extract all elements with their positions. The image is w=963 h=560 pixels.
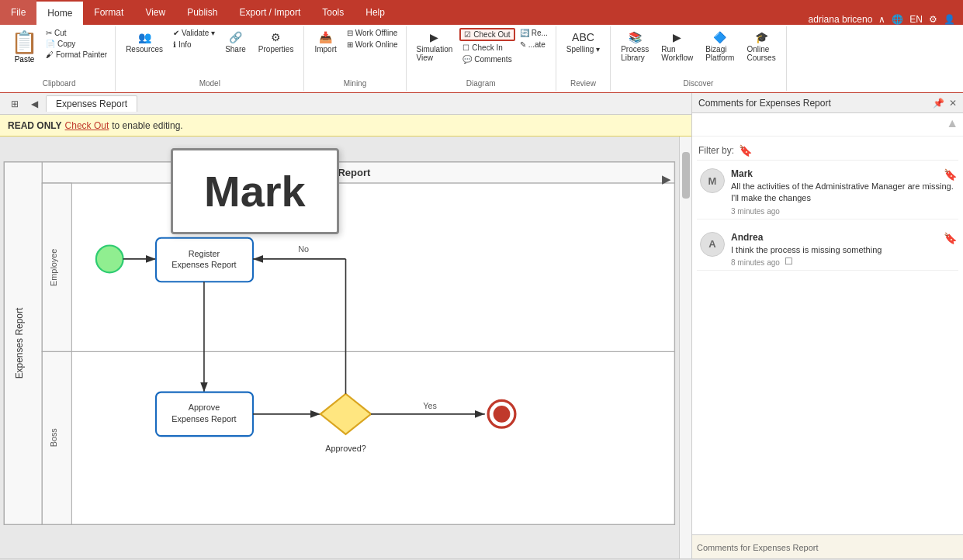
work-online-button[interactable]: ⊞ Work Online (344, 40, 401, 50)
checkout-link[interactable]: Check Out (65, 120, 109, 131)
tab-home[interactable]: Home (36, 0, 83, 25)
diagram-label: Diagram (466, 78, 496, 89)
filter-label: Filter by: (698, 145, 734, 156)
back-button[interactable]: ◀ (26, 97, 43, 111)
cut-icon: ✂ (46, 29, 52, 37)
svg-rect-8 (42, 351, 674, 524)
share-button[interactable]: 🔗 Share (220, 28, 251, 57)
ribbon-group-review: ABC Spelling ▾ Review (556, 26, 611, 91)
tab-tools[interactable]: Tools (311, 0, 355, 25)
import-button[interactable]: 📥 Import (309, 28, 341, 57)
work-online-label: Work Online (355, 40, 398, 49)
svg-text:Employee: Employee (49, 249, 58, 286)
mining-content: 📥 Import ⊟ Work Offline ⊞ Work Online (309, 28, 400, 78)
comment-content-mark: Mark All the activities of the Administr… (731, 168, 955, 216)
settings-icon[interactable]: ⚙ (929, 14, 937, 25)
format-painter-button[interactable]: 🖌 Format Painter (43, 50, 110, 60)
tab-view[interactable]: View (134, 0, 176, 25)
comment-checkbox-andrea[interactable]: ☐ (785, 256, 793, 267)
checkout-button[interactable]: ☑ Check Out (459, 28, 514, 41)
validate-button[interactable]: ✔ Validate ▾ (170, 28, 218, 38)
comment-time-mark: 3 minutes ago (731, 207, 955, 216)
spelling-icon: ABC (572, 31, 594, 43)
clipboard-label: Clipboard (43, 78, 76, 89)
main-area: ⊞ ◀ Expenses Report READ ONLY Check Out … (0, 93, 963, 558)
ribbon-group-diagram: ▶ SimulationView ☑ Check Out ☐ Check In … (407, 26, 556, 91)
grid-view-button[interactable]: ⊞ (6, 97, 23, 111)
expand-icon[interactable]: ∧ (878, 14, 885, 25)
clipboard-col: ✂ Cut 📄 Copy 🖌 Format Painter (43, 28, 110, 60)
comment-avatar-mark: M (700, 168, 725, 193)
checkin-button[interactable]: ☐ Check In (459, 43, 514, 53)
start-event[interactable] (96, 246, 123, 273)
comment-avatar-andrea: A (700, 232, 725, 257)
resources-button[interactable]: 👥 Resources (120, 28, 168, 57)
ribbon-group-mining: 📥 Import ⊟ Work Offline ⊞ Work Online Mi… (304, 26, 406, 91)
ate-icon: ✎ (520, 40, 526, 49)
cut-button[interactable]: ✂ Cut (43, 28, 110, 38)
filter-bar: Filter by: 🔖 (697, 141, 958, 161)
online-courses-icon: 🎓 (755, 31, 768, 43)
bizagi-platform-label: BizagiPlatform (705, 45, 734, 62)
comment-author-andrea: Andrea (731, 232, 955, 243)
simulation-view-button[interactable]: ▶ SimulationView (411, 28, 459, 65)
comments-footer: Comments for Expenses Report (692, 534, 963, 558)
document-tab[interactable]: Expenses Report (46, 95, 137, 112)
svg-text:Expenses Report: Expenses Report (14, 307, 25, 379)
pin-icon[interactable]: 📌 (933, 98, 944, 109)
expand-icon[interactable]: ▶ (662, 172, 671, 185)
paste-button[interactable]: 📋 Paste (8, 28, 41, 65)
ribbon-tab-bar: File Home Format View Publish Export / I… (0, 0, 963, 25)
run-workflow-button[interactable]: ▶ RunWorkflow (656, 28, 698, 65)
svg-text:Report: Report (338, 167, 371, 178)
format-painter-label: Format Painter (56, 50, 107, 59)
comments-button[interactable]: 💬 Comments (459, 54, 514, 64)
mining-label: Mining (344, 78, 366, 89)
scroll-up-icon[interactable]: ▲ (946, 116, 958, 130)
comments-footer-label: Comments for Expenses Report (697, 543, 819, 552)
user-icon[interactable]: 👤 (944, 14, 955, 25)
diagram-content: ▶ SimulationView ☑ Check Out ☐ Check In … (411, 28, 551, 78)
copy-icon: 📄 (46, 40, 55, 48)
re-button[interactable]: 🔄 Re... (517, 28, 551, 38)
properties-button[interactable]: ⚙ Properties (253, 28, 300, 57)
comment-author-mark: Mark (731, 168, 955, 179)
tab-format[interactable]: Format (83, 0, 134, 25)
properties-label: Properties (258, 45, 294, 54)
comments-panel: Comments for Expenses Report 📌 ✕ ▲ Filte… (691, 93, 963, 558)
process-library-button[interactable]: 📚 ProcessLibrary (615, 28, 654, 65)
info-button[interactable]: ℹ Info (170, 40, 218, 50)
info-icon: ℹ (173, 40, 176, 49)
tab-export-import[interactable]: Export / Import (229, 0, 312, 25)
filter-bookmark-icon[interactable]: 🔖 (739, 144, 752, 157)
comment-content-andrea: Andrea I think the process is missing so… (731, 232, 955, 267)
vertical-scrollbar[interactable] (679, 137, 691, 558)
run-workflow-label: RunWorkflow (661, 45, 693, 62)
tab-file[interactable]: File (0, 0, 36, 25)
mark-tooltip: Mark (171, 148, 339, 234)
ate-button[interactable]: ✎ ...ate (517, 40, 551, 50)
copy-button[interactable]: 📄 Copy (43, 39, 110, 49)
comment-bookmark-andrea[interactable]: 🔖 (944, 232, 957, 244)
diagram-area: ⊞ ◀ Expenses Report READ ONLY Check Out … (0, 93, 691, 558)
bizagi-platform-button[interactable]: 🔷 BizagiPlatform (700, 28, 740, 65)
language-icon[interactable]: 🌐 (892, 14, 903, 25)
comment-bookmark-mark[interactable]: 🔖 (944, 168, 957, 181)
spelling-button[interactable]: ABC Spelling ▾ (561, 28, 605, 57)
ribbon-group-discover: 📚 ProcessLibrary ▶ RunWorkflow 🔷 BizagiP… (611, 26, 787, 91)
online-courses-button[interactable]: 🎓 OnlineCourses (741, 28, 781, 65)
copy-label: Copy (57, 40, 75, 48)
work-offline-button[interactable]: ⊟ Work Offline (344, 28, 401, 38)
close-icon[interactable]: ✕ (949, 98, 957, 109)
tab-help[interactable]: Help (355, 0, 396, 25)
share-icon: 🔗 (229, 31, 242, 43)
scroll-thumb[interactable] (682, 152, 690, 199)
model-label: Model (199, 78, 220, 89)
process-library-icon: 📚 (629, 31, 642, 43)
ribbon-group-model: 👥 Resources ✔ Validate ▾ ℹ Info 🔗 Share (116, 26, 304, 91)
re-icon: 🔄 (520, 29, 529, 37)
online-courses-label: OnlineCourses (746, 45, 775, 62)
tab-publish[interactable]: Publish (176, 0, 228, 25)
comment-text-andrea: I think the process is missing something (731, 244, 955, 256)
svg-text:Approved?: Approved? (325, 444, 366, 453)
